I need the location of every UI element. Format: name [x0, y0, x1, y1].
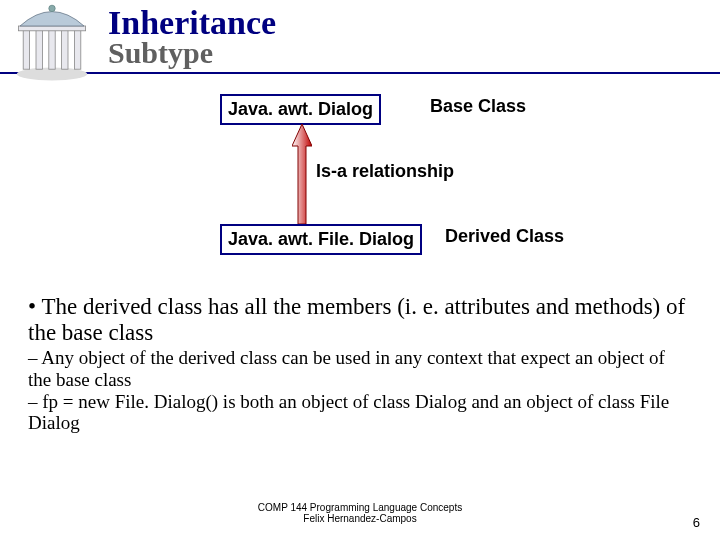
- is-a-arrow-icon: [292, 124, 312, 224]
- svg-rect-6: [18, 26, 85, 31]
- header-rule: [0, 72, 720, 74]
- relationship-label: Is-a relationship: [316, 161, 454, 182]
- main-bullet: The derived class has all the members (i…: [28, 294, 692, 434]
- footer: COMP 144 Programming Language Concepts F…: [0, 502, 720, 524]
- svg-point-7: [49, 5, 55, 11]
- sub-bullet-1: Any object of the derived class can be u…: [28, 347, 692, 391]
- svg-marker-8: [292, 124, 312, 224]
- footer-line-2: Felix Hernandez-Campos: [0, 513, 720, 524]
- footer-line-1: COMP 144 Programming Language Concepts: [0, 502, 720, 513]
- old-well-logo: [12, 2, 92, 82]
- slide-header: Inheritance Subtype: [0, 0, 720, 74]
- derived-class-label: Derived Class: [445, 226, 564, 247]
- svg-rect-2: [36, 29, 42, 69]
- slide-title: Inheritance: [108, 6, 720, 40]
- svg-rect-5: [74, 29, 80, 69]
- base-class-box: Java. awt. Dialog: [220, 94, 381, 125]
- svg-rect-3: [49, 29, 55, 69]
- base-class-label: Base Class: [430, 96, 526, 117]
- sub-bullet-2: fp = new File. Dialog() is both an objec…: [28, 391, 692, 435]
- inheritance-diagram: Java. awt. Dialog Base Class Is-a relati…: [0, 94, 720, 274]
- main-bullet-text: The derived class has all the members (i…: [28, 294, 685, 345]
- svg-rect-4: [62, 29, 68, 69]
- bullet-list: The derived class has all the members (i…: [28, 294, 692, 434]
- derived-class-box: Java. awt. File. Dialog: [220, 224, 422, 255]
- slide-subtitle: Subtype: [108, 38, 720, 68]
- page-number: 6: [693, 515, 700, 530]
- svg-rect-1: [23, 29, 29, 69]
